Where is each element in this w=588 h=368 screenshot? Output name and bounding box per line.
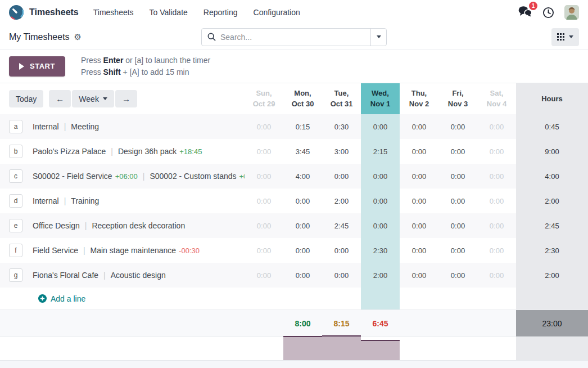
task-name: Main stage maintenance	[91, 246, 177, 255]
label-separator: |	[103, 271, 106, 280]
grid-cell[interactable]: 0:00	[400, 213, 438, 238]
today-button[interactable]: Today	[9, 90, 43, 107]
day-total: 8:15	[322, 310, 361, 336]
grid-cell[interactable]: 0:00	[245, 114, 283, 139]
timesheet-row-f: fField Service|Main stage maintenance-00…	[0, 238, 588, 263]
grid-cell[interactable]: 0:00	[361, 213, 400, 238]
grid-cell[interactable]: 0:30	[322, 114, 361, 139]
grid-cell[interactable]: 0:00	[438, 213, 477, 238]
row-shortcut-badge[interactable]: b	[9, 145, 22, 158]
grid-cell[interactable]: 0:00	[400, 263, 438, 288]
row-shortcut-badge[interactable]: a	[9, 120, 22, 133]
grid-cell[interactable]: 2:45	[322, 213, 361, 238]
grid-cell[interactable]: 0:00	[400, 114, 438, 139]
grid-cell[interactable]: 0:00	[322, 263, 361, 288]
grid-cell[interactable]: 0:00	[245, 189, 283, 213]
row-total: 9:00	[516, 139, 588, 164]
grid-cell[interactable]: 0:00	[477, 213, 516, 238]
grid-cell[interactable]: 2:00	[322, 189, 361, 213]
menu-timesheets[interactable]: Timesheets	[93, 8, 134, 17]
timesheet-row-g: gFiona's Floral Cafe|Acoustic design0:00…	[0, 263, 588, 288]
grid-cell[interactable]: 0:00	[400, 189, 438, 213]
grid-cell[interactable]: 0:00	[283, 213, 322, 238]
col-header-date: Nov 3	[448, 99, 468, 110]
label-separator: |	[143, 172, 145, 181]
row-shortcut-badge[interactable]: g	[9, 268, 22, 282]
grid-cell[interactable]: 0:00	[245, 263, 283, 288]
previous-week-button[interactable]: ←	[49, 90, 71, 107]
arrow-right-icon: →	[122, 94, 130, 104]
grid-cell[interactable]: 0:00	[361, 164, 400, 189]
row-label: eOffice Design|Reception desk decoration	[0, 213, 245, 238]
grid-cell[interactable]: 0:00	[283, 263, 322, 288]
grid-cell[interactable]: 0:00	[477, 263, 516, 288]
menu-configuration[interactable]: Configuration	[254, 8, 300, 17]
timesheet-row-c: cS00002 - Field Service+06:00|S00002 - C…	[0, 164, 588, 189]
grid-cell[interactable]: 0:00	[477, 189, 516, 213]
grid-cell[interactable]: 0:00	[245, 164, 283, 189]
grid-cell[interactable]: 0:00	[361, 114, 400, 139]
chevron-down-icon	[569, 35, 573, 38]
grid-cell[interactable]: 0:00	[322, 164, 361, 189]
start-timer-button[interactable]: START	[9, 56, 65, 77]
row-shortcut-badge[interactable]: c	[9, 169, 22, 183]
grid-cell[interactable]: 0:00	[322, 238, 361, 263]
row-shortcut-badge[interactable]: f	[9, 244, 22, 257]
grid-cell[interactable]: 0:00	[245, 213, 283, 238]
timer-help-text: Press Enter or [a] to launch the timer P…	[81, 55, 210, 78]
grid-cell[interactable]: 0:00	[283, 189, 322, 213]
col-header-date: Nov 1	[370, 99, 390, 110]
grid-cell[interactable]: 0:00	[477, 164, 516, 189]
grid-cell[interactable]: 0:00	[438, 164, 477, 189]
grid-cell[interactable]: 0:00	[438, 189, 477, 213]
activities-clock-icon[interactable]	[542, 7, 554, 19]
row-total: 2:45	[516, 213, 588, 238]
task-name: Meeting	[71, 122, 99, 131]
search-input[interactable]	[220, 33, 370, 42]
grid-cell[interactable]: 0:00	[438, 139, 477, 164]
grid-cell[interactable]: 3:45	[283, 139, 322, 164]
grid-cell[interactable]: 0:00	[438, 238, 477, 263]
project-name: Internal	[33, 122, 59, 131]
settings-gear-icon[interactable]: ⚙	[74, 33, 82, 41]
row-total: 0:45	[516, 114, 588, 139]
grid-cell[interactable]: 0:00	[477, 114, 516, 139]
next-week-button[interactable]: →	[115, 90, 137, 107]
messages-icon[interactable]: 1	[518, 6, 532, 19]
grid-cell[interactable]: 3:00	[322, 139, 361, 164]
grid-cell[interactable]: 0:00	[438, 263, 477, 288]
app-brand[interactable]: Timesheets	[9, 5, 79, 20]
menu-reporting[interactable]: Reporting	[203, 8, 238, 17]
grid-cell[interactable]: 2:30	[361, 238, 400, 263]
grid-cell[interactable]: 0:00	[400, 139, 438, 164]
row-total: 2:00	[516, 189, 588, 213]
grid-cell[interactable]: 0:00	[245, 139, 283, 164]
row-shortcut-badge[interactable]: d	[9, 194, 22, 208]
grid-cell[interactable]: 0:00	[361, 189, 400, 213]
grid-cell[interactable]: 0:00	[245, 238, 283, 263]
project-remaining-delta: +06:00	[115, 172, 138, 181]
today-column-highlight	[361, 288, 400, 309]
col-header-date: Nov 2	[409, 99, 429, 110]
grid-cell[interactable]: 0:00	[477, 238, 516, 263]
timesheet-row-d: dInternal|Training0:000:002:000:000:000:…	[0, 189, 588, 213]
menu-to-validate[interactable]: To Validate	[150, 8, 188, 17]
add-a-line-button[interactable]: Add a line	[38, 294, 85, 303]
view-switcher-button[interactable]	[551, 28, 579, 46]
grid-cell[interactable]: 2:00	[361, 263, 400, 288]
grid-cell[interactable]: 4:00	[283, 164, 322, 189]
col-header-date: Oct 30	[292, 99, 314, 110]
grid-cell[interactable]: 0:00	[400, 238, 438, 263]
grid-cell[interactable]: 0:00	[438, 114, 477, 139]
search-filters-toggle[interactable]	[370, 29, 386, 46]
grid-cell[interactable]: 0:00	[400, 164, 438, 189]
range-selector-button[interactable]: Week	[72, 90, 114, 107]
grid-cell[interactable]: 0:00	[477, 139, 516, 164]
grid-cell[interactable]: 2:15	[361, 139, 400, 164]
chevron-down-icon	[103, 97, 107, 100]
row-shortcut-badge[interactable]: e	[9, 219, 22, 232]
grid-cell[interactable]: 0:15	[283, 114, 322, 139]
user-avatar[interactable]	[564, 5, 579, 20]
grid-cell[interactable]: 0:00	[283, 238, 322, 263]
row-label: bPaolo's Pizza Palace|Design 36h pack+18…	[0, 139, 245, 164]
